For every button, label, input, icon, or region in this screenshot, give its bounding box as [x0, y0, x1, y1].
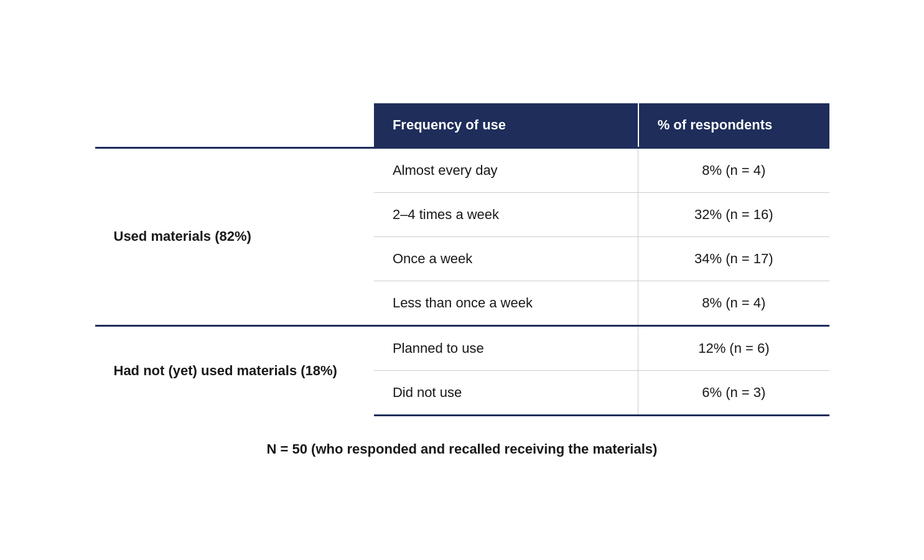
frequency-cell: Planned to use [374, 325, 638, 370]
section-label: Had not (yet) used materials (18%) [95, 325, 374, 415]
table-row: Used materials (82%)Almost every day8% (… [95, 147, 829, 192]
percent-cell: 8% (n = 4) [638, 147, 829, 192]
percent-cell: 12% (n = 6) [638, 325, 829, 370]
frequency-cell: Less than once a week [374, 281, 638, 325]
header-percent-col: % of respondents [638, 103, 829, 148]
percent-cell: 6% (n = 3) [638, 370, 829, 415]
percent-cell: 8% (n = 4) [638, 281, 829, 325]
frequency-cell: Almost every day [374, 147, 638, 192]
percent-cell: 34% (n = 17) [638, 236, 829, 281]
frequency-cell: Did not use [374, 370, 638, 415]
percent-cell: 32% (n = 16) [638, 192, 829, 236]
main-container: Frequency of use % of respondents Used m… [58, 78, 867, 482]
frequency-cell: 2–4 times a week [374, 192, 638, 236]
header-frequency-col: Frequency of use [374, 103, 638, 148]
frequency-cell: Once a week [374, 236, 638, 281]
table-row: Had not (yet) used materials (18%)Planne… [95, 325, 829, 370]
frequency-table: Frequency of use % of respondents Used m… [95, 103, 829, 416]
table-header-row: Frequency of use % of respondents [95, 103, 829, 148]
header-label-col [95, 103, 374, 148]
table-footnote: N = 50 (who responded and recalled recei… [95, 441, 829, 457]
section-label: Used materials (82%) [95, 147, 374, 325]
